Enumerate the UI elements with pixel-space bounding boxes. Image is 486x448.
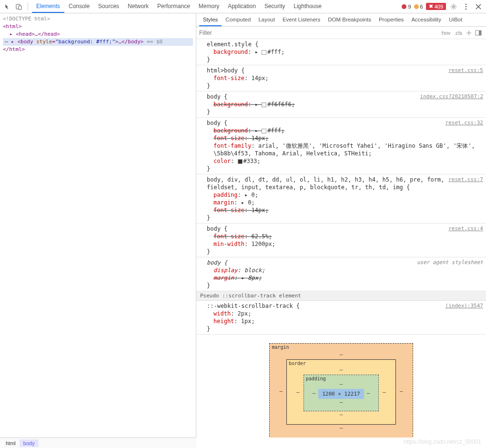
styles-pane: Styles Computed Layout Event Listeners D…: [196, 13, 486, 438]
toolbar-right: 9 6 ✖409: [402, 2, 483, 11]
css-prop[interactable]: width: 2px;: [207, 310, 476, 317]
warnings-badge[interactable]: 6: [414, 4, 423, 10]
tab-security[interactable]: Security: [260, 0, 289, 13]
css-prop[interactable]: margin: ▸ 8px;: [207, 274, 476, 282]
subtab-styles[interactable]: Styles: [199, 13, 222, 26]
dom-tree[interactable]: <!DOCTYPE html> <html> ▸ <head>…</head> …: [0, 13, 196, 438]
css-rule[interactable]: reset.css:32body {background: ▸ #fff;fon…: [196, 118, 486, 174]
css-rule[interactable]: reset.css:7body, div, dl, dt, dd, ul, ol…: [196, 174, 486, 224]
tab-sources[interactable]: Sources: [94, 0, 123, 13]
tab-performance[interactable]: Performance: [153, 0, 194, 13]
bm-content: 1200 × 12217: [318, 389, 364, 399]
dom-html-open: <html>: [3, 23, 193, 31]
dom-body-selected[interactable]: ⋯ ▸ <body style="background: #fff;">…</b…: [3, 38, 193, 46]
rule-selector[interactable]: element.style {: [207, 41, 476, 48]
styles-body[interactable]: element.style {background: ▸ #fff;}reset…: [196, 39, 486, 438]
dom-html-close: </html>: [3, 46, 193, 53]
separator: [28, 3, 28, 10]
rule-source-link[interactable]: index.css?20210507:2: [420, 93, 483, 101]
css-prop[interactable]: padding: ▸ 0;: [207, 191, 476, 199]
css-rule[interactable]: reset.css:5html>body {font-size: 14px;}: [196, 65, 486, 92]
css-prop[interactable]: margin: ▸ 0;: [207, 199, 476, 206]
dom-head[interactable]: ▸ <head>…</head>: [3, 31, 193, 38]
subtab-dombreakpoints[interactable]: DOM Breakpoints: [324, 13, 375, 26]
pseudo-rule[interactable]: (index):3547 ::-webkit-scrollbar-track {…: [196, 301, 486, 335]
tab-console[interactable]: Console: [64, 0, 94, 13]
tab-application[interactable]: Application: [223, 0, 260, 13]
devtools-toolbar: Elements Console Sources Network Perform…: [0, 0, 486, 13]
css-prop[interactable]: background: ▸ #f6f6f6;: [207, 101, 476, 108]
css-rule[interactable]: element.style {background: ▸ #fff;}: [196, 39, 486, 65]
filter-input[interactable]: [199, 30, 439, 36]
svg-point-4: [466, 6, 467, 7]
tab-network[interactable]: Network: [123, 0, 153, 13]
css-rule[interactable]: index.css?20210507:2body {background: ▸ …: [196, 92, 486, 118]
css-prop[interactable]: font-size: 14px;: [207, 74, 476, 82]
tab-elements[interactable]: Elements: [32, 0, 64, 13]
errors-badge[interactable]: 9: [402, 4, 411, 10]
gear-icon[interactable]: [449, 2, 458, 11]
crumb-html[interactable]: html: [2, 439, 20, 447]
dom-doctype: <!DOCTYPE html>: [3, 15, 193, 23]
errors-count: 9: [408, 4, 411, 10]
css-prop[interactable]: min-width: 1200px;: [207, 240, 476, 248]
rule-source-link[interactable]: user agent stylesheet: [417, 259, 483, 266]
warnings-count: 6: [420, 4, 423, 10]
css-prop[interactable]: font-size: 14px;: [207, 206, 476, 214]
kebab-icon[interactable]: [461, 2, 471, 11]
sub-tabs: Styles Computed Layout Event Listeners D…: [196, 13, 486, 27]
watermark: https://blog.csdn.net/cz_00001: [404, 438, 481, 445]
svg-rect-1: [19, 6, 21, 10]
rule-source-link[interactable]: reset.css:32: [446, 119, 483, 127]
css-prop[interactable]: background: ▸ #fff;: [207, 127, 476, 134]
main-tabs: Elements Console Sources Network Perform…: [32, 0, 326, 13]
rule-selector[interactable]: html>body {: [207, 67, 476, 74]
css-prop[interactable]: height: 1px;: [207, 317, 476, 325]
hov-toggle[interactable]: :hov: [441, 30, 451, 36]
css-prop[interactable]: font-size: 62.5%;: [207, 233, 476, 240]
breadcrumb: html body: [0, 438, 196, 448]
css-prop[interactable]: background: ▸ #fff;: [207, 48, 476, 56]
rule-selector[interactable]: body {: [207, 225, 476, 233]
css-prop[interactable]: display: block;: [207, 266, 476, 274]
svg-point-3: [466, 3, 467, 5]
tab-lighthouse[interactable]: Lighthouse: [289, 0, 326, 13]
svg-rect-7: [479, 31, 481, 35]
css-prop[interactable]: font-family: arial, '微软雅黑', 'Microsoft Y…: [207, 142, 476, 157]
subtab-accessibility[interactable]: Accessibility: [407, 13, 445, 26]
css-rule[interactable]: reset.css:4body {font-size: 62.5%;min-wi…: [196, 224, 486, 257]
svg-point-2: [453, 6, 455, 8]
filter-bar: :hov .cls: [196, 27, 486, 39]
svg-point-5: [466, 8, 467, 10]
subtab-eventlisteners[interactable]: Event Listeners: [279, 13, 324, 26]
rule-selector[interactable]: body {: [207, 119, 476, 127]
subtab-computed[interactable]: Computed: [222, 13, 254, 26]
css-prop[interactable]: color: #333;: [207, 157, 476, 165]
rule-source-link[interactable]: reset.css:4: [448, 225, 483, 233]
device-toggle-icon[interactable]: [14, 2, 24, 11]
rule-source-link[interactable]: reset.css:5: [448, 67, 483, 74]
blocked-count: 409: [435, 4, 443, 10]
subtab-uibot[interactable]: UiBot: [445, 13, 466, 26]
box-model[interactable]: margin – – border – – padding –: [196, 335, 486, 438]
bm-margin-label: margin: [272, 345, 289, 350]
inspect-icon[interactable]: [3, 2, 12, 11]
close-icon[interactable]: [474, 2, 483, 11]
tab-memory[interactable]: Memory: [194, 0, 223, 13]
rule-selector[interactable]: ::-webkit-scrollbar-track {: [207, 302, 476, 310]
subtab-layout[interactable]: Layout: [254, 13, 279, 26]
css-prop[interactable]: font-size: 14px;: [207, 134, 476, 142]
rule-selector[interactable]: body, div, dl, dt, dd, ul, ol, li, h1, h…: [207, 176, 476, 191]
bm-padding-label: padding: [306, 376, 326, 381]
subtab-properties[interactable]: Properties: [375, 13, 407, 26]
bm-border-label: border: [289, 361, 306, 366]
computed-panel-icon[interactable]: [474, 28, 483, 38]
rule-source-link[interactable]: (index):3547: [446, 302, 483, 310]
rule-source-link[interactable]: reset.css:7: [448, 176, 483, 183]
css-rule[interactable]: user agent stylesheetbody {display: bloc…: [196, 257, 486, 291]
add-rule-icon[interactable]: [464, 28, 474, 38]
blocked-badge[interactable]: ✖409: [426, 3, 446, 10]
pseudo-header: Pseudo ::scrollbar-track element: [196, 291, 486, 301]
cls-toggle[interactable]: .cls: [455, 30, 463, 36]
crumb-body[interactable]: body: [20, 439, 39, 447]
